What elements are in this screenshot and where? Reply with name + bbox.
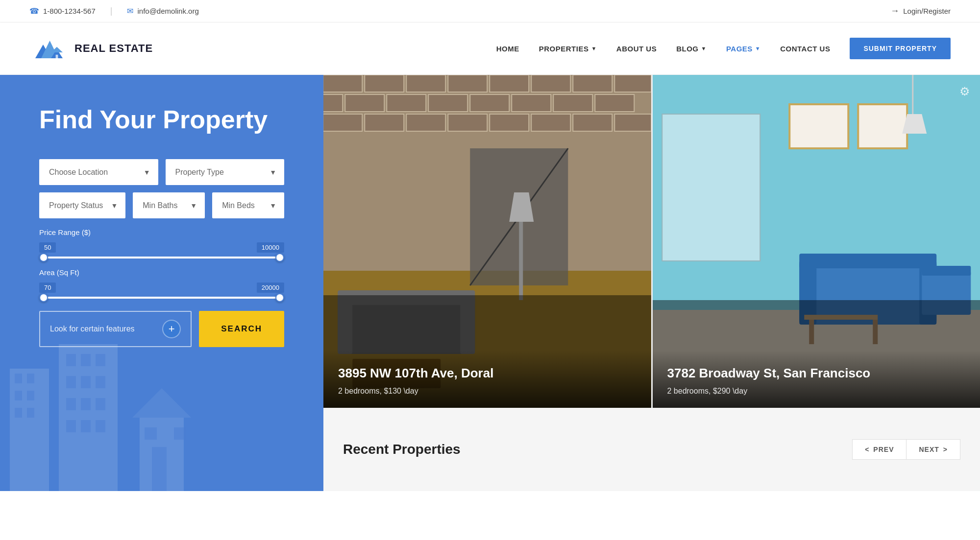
price-section: Price Range ($) 50 10000 (39, 228, 284, 258)
login-label: Login/Register (903, 7, 951, 15)
location-select[interactable]: Choose Location (39, 159, 158, 185)
svg-rect-21 (81, 398, 91, 410)
property-cards: 3895 NW 107th Ave, Doral 2 bedrooms, $13… (323, 75, 980, 408)
svg-rect-55 (573, 114, 612, 131)
svg-rect-25 (96, 420, 105, 432)
property-card-1: 3895 NW 107th Ave, Doral 2 bedrooms, $13… (323, 75, 651, 408)
svg-rect-6 (10, 369, 49, 491)
property-status-select[interactable]: Property Status (39, 192, 125, 218)
svg-rect-54 (531, 114, 570, 131)
min-baths-select[interactable]: Min Baths (133, 192, 205, 218)
svg-rect-44 (428, 94, 467, 112)
price-thumb-left[interactable] (39, 253, 48, 262)
main-content: Find Your Property Choose Location ▼ Pro… (0, 75, 980, 491)
svg-rect-11 (15, 408, 22, 418)
search-title: Find Your Property (39, 104, 284, 135)
pages-chevron: ▼ (755, 46, 760, 51)
min-beds-wrapper: Min Beds ▼ (212, 192, 284, 218)
topbar-divider: | (110, 6, 113, 16)
blog-chevron: ▼ (701, 46, 707, 51)
svg-rect-51 (406, 114, 445, 131)
nav-properties[interactable]: PROPERTIES ▼ (539, 45, 597, 53)
property-card-2: ⚙ 3782 Broadway St, San Francisco 2 bedr… (651, 75, 980, 408)
svg-rect-8 (27, 374, 34, 383)
area-range-track[interactable] (39, 297, 284, 299)
svg-rect-38 (531, 75, 570, 92)
next-arrow: > (943, 446, 948, 453)
svg-rect-15 (81, 354, 91, 366)
topbar: ☎ 1-800-1234-567 | ✉ info@demolink.org →… (0, 0, 980, 23)
nav-blog[interactable]: BLOG ▼ (676, 45, 707, 53)
next-button[interactable]: NEXT > (906, 439, 960, 460)
email-address: info@demolink.org (137, 7, 198, 15)
svg-rect-9 (15, 391, 22, 400)
features-input[interactable]: Look for certain features + (39, 311, 192, 347)
prev-button[interactable]: < PREV (852, 439, 906, 460)
logo: REAL ESTATE (29, 31, 153, 66)
svg-rect-40 (614, 75, 651, 92)
svg-rect-49 (323, 114, 362, 131)
area-thumb-left[interactable] (39, 293, 48, 302)
svg-rect-56 (614, 114, 651, 131)
nav-contact[interactable]: CONTACT US (780, 45, 830, 53)
svg-rect-16 (96, 354, 105, 366)
price-thumb-right[interactable] (275, 253, 284, 262)
card2-overlay: 3782 Broadway St, San Francisco 2 bedroo… (653, 351, 980, 408)
prev-arrow: < (865, 446, 869, 453)
svg-rect-45 (470, 94, 509, 112)
area-range-values: 70 20000 (39, 282, 284, 293)
min-baths-wrapper: Min Baths ▼ (133, 192, 205, 218)
area-thumb-right[interactable] (275, 293, 284, 302)
features-plus-icon[interactable]: + (162, 320, 181, 338)
login-register[interactable]: → Login/Register (890, 6, 951, 16)
nav-home[interactable]: HOME (496, 45, 519, 53)
price-range-track[interactable] (39, 257, 284, 258)
svg-rect-77 (799, 254, 936, 268)
svg-rect-20 (66, 398, 76, 410)
price-range-values: 50 10000 (39, 242, 284, 253)
svg-rect-34 (365, 75, 404, 92)
min-beds-select[interactable]: Min Beds (212, 192, 284, 218)
svg-rect-71 (662, 114, 760, 261)
svg-rect-72 (789, 104, 848, 148)
svg-marker-26 (132, 388, 191, 418)
logo-text: REAL ESTATE (74, 42, 153, 55)
nav-about[interactable]: ABOUT US (616, 45, 657, 53)
svg-rect-19 (96, 376, 105, 388)
svg-rect-35 (406, 75, 445, 92)
search-content: Find Your Property Choose Location ▼ Pro… (39, 104, 284, 347)
area-section: Area (Sq Ft) 70 20000 (39, 268, 284, 299)
property-type-select[interactable]: Property Type (166, 159, 285, 185)
search-row-2: Property Status ▼ Min Baths ▼ Min Beds ▼ (39, 192, 284, 218)
email-item: ✉ info@demolink.org (127, 6, 198, 16)
recent-nav: < PREV NEXT > (852, 439, 960, 460)
nav-links: HOME PROPERTIES ▼ ABOUT US BLOG ▼ PAGES … (496, 38, 951, 59)
svg-rect-42 (345, 94, 384, 112)
svg-rect-81 (922, 266, 971, 276)
phone-icon: ☎ (29, 6, 39, 16)
svg-rect-22 (96, 398, 105, 410)
search-button[interactable]: SEARCH (199, 311, 284, 347)
svg-rect-52 (448, 114, 487, 131)
email-icon: ✉ (127, 6, 133, 16)
svg-rect-37 (490, 75, 529, 92)
properties-chevron: ▼ (591, 46, 596, 51)
svg-rect-18 (81, 376, 91, 388)
svg-rect-65 (519, 222, 523, 300)
price-range-fill (47, 257, 277, 258)
login-icon: → (890, 6, 899, 16)
svg-rect-17 (66, 376, 76, 388)
card1-details: 2 bedrooms, $130 \day (338, 387, 637, 396)
svg-rect-36 (448, 75, 487, 92)
card2-address: 3782 Broadway St, San Francisco (667, 365, 966, 382)
svg-rect-41 (323, 94, 343, 112)
svg-rect-39 (573, 75, 612, 92)
submit-property-button[interactable]: SUBMIT PROPERTY (850, 38, 951, 59)
svg-rect-46 (512, 94, 551, 112)
svg-rect-24 (81, 420, 91, 432)
price-max-val: 10000 (257, 242, 284, 253)
nav-pages[interactable]: PAGES ▼ (726, 45, 760, 53)
svg-rect-7 (15, 374, 22, 383)
svg-rect-47 (553, 94, 592, 112)
phone-item: ☎ 1-800-1234-567 (29, 6, 96, 16)
